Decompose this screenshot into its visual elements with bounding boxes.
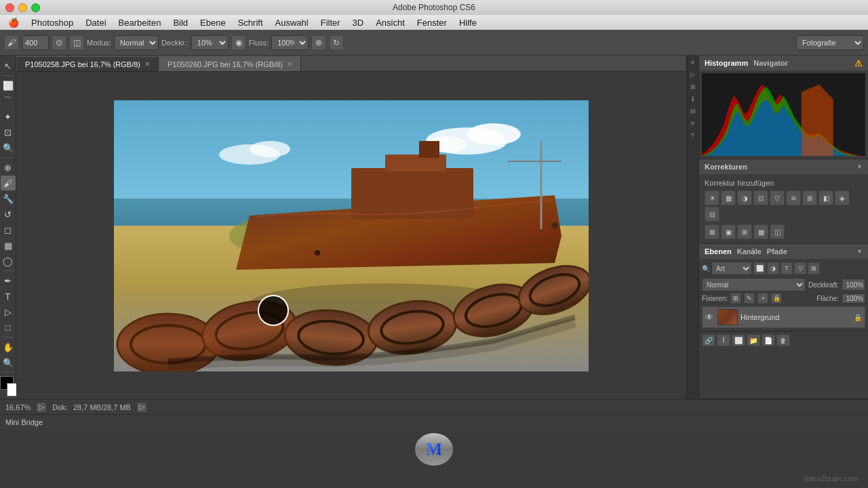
panel-icon-5[interactable]: ⊟ — [688, 106, 698, 117]
move-tool[interactable]: ↖ — [1, 58, 16, 73]
new-group-icon[interactable]: 📁 — [747, 334, 760, 346]
history-brush-tool[interactable]: ↺ — [1, 207, 16, 222]
add-mask-icon[interactable]: ⬜ — [732, 334, 745, 346]
layer-smart-icon[interactable]: ⊞ — [808, 262, 820, 274]
zoom-indicator-icon[interactable]: ▷ — [36, 402, 47, 413]
menu-ebene[interactable]: Ebene — [195, 16, 231, 29]
zoom-tool[interactable]: 🔍 — [1, 355, 16, 370]
opacity-input[interactable] — [842, 279, 865, 291]
add-link-icon[interactable]: 🔗 — [702, 334, 715, 346]
menu-ansicht[interactable]: Ansicht — [370, 16, 410, 29]
adj-gradmap-icon[interactable]: ▦ — [753, 224, 768, 239]
layer-mode-select[interactable]: Normal — [702, 278, 806, 291]
layer-filter-select[interactable]: Art — [711, 262, 752, 275]
minimize-button[interactable] — [18, 3, 27, 12]
menu-schrift[interactable]: Schrift — [233, 16, 269, 29]
menu-filter[interactable]: Filter — [315, 16, 346, 29]
menu-bearbeiten[interactable]: Bearbeiten — [113, 16, 167, 29]
mode-select[interactable]: Normal — [114, 35, 159, 50]
histogram-header[interactable]: Histogramm Navigator ⚠ — [699, 56, 868, 70]
adj-colbal-icon[interactable]: ⊞ — [802, 190, 817, 205]
eraser-tool[interactable]: ◻ — [1, 222, 16, 237]
tab-1[interactable]: P1050260.JPG bei 16,7% (RGB/8) ✕ — [159, 56, 301, 71]
panel-icon-2[interactable]: ▷ — [688, 69, 698, 80]
pressure-icon[interactable]: ⊕ — [311, 35, 326, 50]
workspace-select[interactable]: Fotografie — [796, 35, 864, 50]
adj-mix-icon[interactable]: ⊟ — [705, 207, 719, 222]
lasso-tool[interactable]: ⌒ — [1, 94, 16, 108]
brush-tool-icon[interactable]: 🖌 — [4, 35, 19, 50]
flow-select[interactable]: 100% — [271, 35, 309, 50]
shape-tool[interactable]: □ — [1, 320, 16, 335]
panel-icon-6[interactable]: ≡ — [688, 118, 698, 129]
adj-invert-icon[interactable]: ⊠ — [705, 224, 719, 239]
airbrush-icon[interactable]: ◉ — [231, 35, 246, 50]
pen-tool[interactable]: ✒ — [1, 273, 16, 288]
panel-icon-1[interactable]: ≡ — [688, 57, 698, 68]
adj-bw-icon[interactable]: ◧ — [818, 190, 833, 205]
tab-0[interactable]: P1050258.JPG bei 16,7% (RGB/8) ✕ — [16, 56, 159, 71]
menu-datei[interactable]: Datei — [80, 16, 111, 29]
text-tool[interactable]: T — [1, 289, 16, 304]
panel-icon-3[interactable]: ⊞ — [688, 81, 698, 92]
brush-preset-icon[interactable]: ⊙ — [52, 35, 66, 50]
layer-pixel-icon[interactable]: ⬜ — [753, 262, 766, 274]
panel-icon-7[interactable]: T — [688, 130, 698, 141]
new-layer-icon[interactable]: 📄 — [762, 334, 775, 346]
menu-photoshop[interactable]: Photoshop — [26, 16, 79, 29]
brush-size-input[interactable] — [22, 35, 49, 50]
layer-adjust-icon[interactable]: ◑ — [767, 262, 779, 274]
menu-hilfe[interactable]: Hilfe — [454, 16, 482, 29]
layer-text-icon[interactable]: T — [781, 262, 793, 274]
panel-icon-4[interactable]: ℹ — [688, 94, 698, 104]
lock-pixel-icon[interactable]: ✎ — [744, 293, 755, 304]
tab-0-close[interactable]: ✕ — [144, 60, 150, 68]
crop-tool[interactable]: ⊡ — [1, 125, 16, 140]
gradient-tool[interactable]: ▦ — [1, 238, 16, 253]
adj-poster-icon[interactable]: ▣ — [721, 224, 736, 239]
layer-visibility-icon[interactable]: 👁 — [705, 312, 715, 322]
eyedropper-tool[interactable]: 🔍 — [1, 140, 16, 155]
adj-levels-icon[interactable]: ▦ — [721, 190, 736, 205]
adj-vibrance-icon[interactable]: ▽ — [770, 190, 785, 205]
maximize-button[interactable] — [31, 3, 40, 12]
dodge-tool[interactable]: ◯ — [1, 253, 16, 268]
layers-collapse-icon[interactable]: ▼ — [856, 248, 863, 255]
kanale-tab[interactable]: Kanäle — [737, 247, 762, 256]
korrekturen-header[interactable]: Korrekturen ▼ — [699, 159, 868, 174]
adj-exposure-icon[interactable]: ⊡ — [753, 190, 768, 205]
path-select-tool[interactable]: ▷ — [1, 304, 16, 319]
menu-bild[interactable]: Bild — [167, 16, 193, 29]
close-button[interactable] — [5, 3, 14, 12]
adj-selcol-icon[interactable]: ◫ — [770, 224, 785, 239]
histogram-tab[interactable]: Histogramm — [705, 59, 748, 67]
adj-photo-icon[interactable]: ◈ — [835, 190, 850, 205]
mini-bridge-label[interactable]: Mini Bridge — [5, 418, 43, 426]
marquee-tool[interactable]: ⬜ — [1, 78, 16, 93]
adj-hsl-icon[interactable]: ≋ — [786, 190, 801, 205]
brush-rotate-icon[interactable]: ↻ — [329, 35, 344, 50]
brush-tool[interactable]: 🖌 — [1, 176, 16, 190]
adj-thresh-icon[interactable]: ⊞ — [737, 224, 752, 239]
navigator-tab[interactable]: Navigator — [753, 59, 788, 67]
layer-shape-icon[interactable]: ▽ — [794, 262, 806, 274]
add-style-icon[interactable]: f — [717, 334, 730, 346]
tool-options-icon[interactable]: ◫ — [69, 35, 84, 50]
doc-info-arrow-icon[interactable]: ▷ — [136, 402, 147, 413]
layers-tab[interactable]: Ebenen — [705, 247, 732, 256]
lock-all-icon[interactable]: 🔒 — [771, 293, 782, 304]
delete-layer-icon[interactable]: 🗑 — [776, 334, 790, 346]
opacity-select[interactable]: 10% — [191, 35, 229, 50]
clone-tool[interactable]: 🔧 — [1, 191, 16, 206]
spot-heal-tool[interactable]: ⊕ — [1, 160, 16, 175]
layer-hintergrund[interactable]: 👁 Hintergrund 🔒 — [702, 306, 865, 328]
tab-1-close[interactable]: ✕ — [287, 60, 292, 68]
adj-curves-icon[interactable]: ◑ — [737, 190, 752, 205]
fill-input[interactable] — [842, 293, 865, 304]
menu-auswahl[interactable]: Auswahl — [270, 16, 314, 29]
apple-menu[interactable]: 🍎 — [3, 16, 24, 29]
quickselect-tool[interactable]: ✦ — [1, 109, 16, 124]
pfade-tab[interactable]: Pfade — [767, 247, 787, 256]
lock-position-icon[interactable]: + — [757, 293, 768, 304]
menu-fenster[interactable]: Fenster — [412, 16, 452, 29]
